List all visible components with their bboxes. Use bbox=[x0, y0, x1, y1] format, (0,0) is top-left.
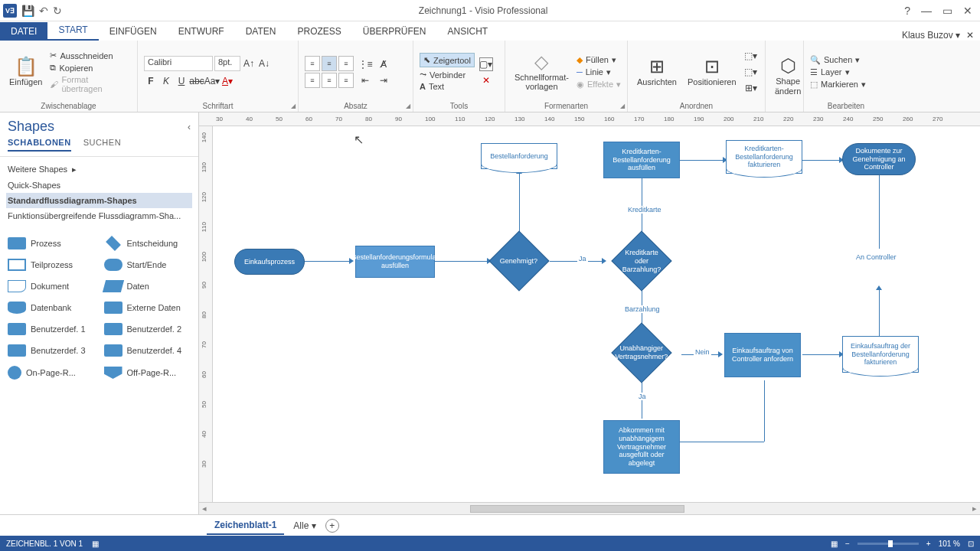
shape-custom4[interactable]: Benutzerdef. 4 bbox=[103, 341, 193, 360]
undo-icon[interactable]: ↶ bbox=[39, 5, 48, 17]
tab-file[interactable]: DATEI bbox=[0, 22, 47, 41]
shape-extdata[interactable]: Externe Daten bbox=[103, 298, 193, 317]
view-mode-icon[interactable]: ▦ bbox=[831, 540, 838, 548]
strikethrough-button[interactable]: abc bbox=[190, 74, 204, 88]
bullets-button[interactable]: ⋮≡ bbox=[358, 57, 372, 71]
bring-front-button[interactable]: ⬚▾ bbox=[744, 49, 758, 63]
select-button[interactable]: ⬚Markieren▾ bbox=[810, 80, 866, 90]
shape-onpage[interactable]: On-Page-R... bbox=[6, 363, 96, 383]
zoom-level[interactable]: 101 % bbox=[939, 540, 960, 548]
bold-button[interactable]: F bbox=[144, 74, 158, 88]
tab-design[interactable]: ENTWURF bbox=[168, 22, 235, 41]
fit-window-button[interactable]: ⊡ bbox=[968, 540, 974, 548]
save-icon[interactable]: 💾 bbox=[21, 5, 34, 17]
align-bottom-center[interactable]: ≡ bbox=[322, 73, 337, 88]
align-button[interactable]: ⊞Ausrichten bbox=[634, 56, 680, 88]
paste-button[interactable]: 📋Einfügen bbox=[6, 56, 45, 88]
layer-button[interactable]: ☰Layer▾ bbox=[810, 67, 866, 77]
node-document-orderinvoice[interactable]: Einkaufsauftrag der Bestellanforderung f… bbox=[842, 336, 919, 373]
all-pages-button[interactable]: Alle ▾ bbox=[293, 520, 315, 531]
horizontal-scrollbar[interactable]: ◂ ▸ bbox=[199, 502, 980, 514]
effects-button[interactable]: ◉Effekte▾ bbox=[577, 80, 621, 90]
node-decision-approved[interactable]: Genehmigt? bbox=[488, 230, 549, 291]
clear-format-button[interactable]: A̸ bbox=[377, 57, 390, 71]
node-process-ccfill[interactable]: Kreditkarten-Bestellanforderung ausfülle… bbox=[603, 142, 680, 178]
shape-decision[interactable]: Entscheidung bbox=[103, 234, 193, 253]
align-bottom-left[interactable]: ≡ bbox=[305, 73, 320, 88]
shape-startend[interactable]: Start/Ende bbox=[103, 256, 193, 274]
align-top-left[interactable]: ≡ bbox=[305, 56, 320, 71]
cat-more-shapes[interactable]: Weitere Shapes ▸ bbox=[6, 161, 192, 178]
node-decision-contractor[interactable]: Unabhängiger Vertragsnehmer? bbox=[611, 322, 671, 383]
shrink-font-button[interactable]: A↓ bbox=[257, 57, 271, 70]
cat-cross-functional[interactable]: Funktionsübergreifende Flussdiagramm-Sha… bbox=[6, 208, 192, 223]
node-process-agreement[interactable]: Abkommen mit unabhängigem Vertragsnehmer… bbox=[603, 420, 680, 474]
italic-button[interactable]: K bbox=[159, 74, 173, 88]
shapestyles-dialog-launcher[interactable]: ◢ bbox=[620, 103, 625, 109]
position-button[interactable]: ⊡Positionieren bbox=[684, 56, 740, 88]
tab-review[interactable]: ÜBERPRÜFEN bbox=[352, 22, 437, 41]
page-tab-1[interactable]: Zeichenblatt-1 bbox=[207, 517, 284, 535]
text-tool-button[interactable]: AText bbox=[420, 82, 475, 91]
node-decision-payment[interactable]: Kreditkarte oder Barzahlung? bbox=[611, 230, 671, 291]
user-menu[interactable]: Klaus Buzov ▾✕ bbox=[902, 30, 980, 41]
delete-tool[interactable]: ✕ bbox=[479, 73, 493, 87]
shape-custom3[interactable]: Benutzerdef. 3 bbox=[6, 341, 96, 360]
shape-custom2[interactable]: Benutzerdef. 2 bbox=[103, 320, 193, 338]
group-button[interactable]: ⊞▾ bbox=[744, 81, 758, 95]
close-icon[interactable]: ✕ bbox=[963, 5, 972, 17]
change-shape-button[interactable]: ⬡Shape ändern bbox=[772, 55, 804, 96]
font-dialog-launcher[interactable]: ◢ bbox=[291, 103, 296, 109]
tab-templates[interactable]: SCHABLONEN bbox=[8, 138, 71, 152]
find-button[interactable]: 🔍Suchen▾ bbox=[810, 55, 866, 65]
send-back-button[interactable]: ⬚▾ bbox=[744, 65, 758, 79]
case-button[interactable]: Aa▾ bbox=[205, 74, 219, 88]
collapse-panel-icon[interactable]: ‹ bbox=[188, 122, 191, 132]
node-start[interactable]: Einkaufsprozess bbox=[234, 249, 305, 275]
cat-standard-flowchart[interactable]: Standardflussdiagramm-Shapes bbox=[6, 193, 192, 208]
indent-right-button[interactable]: ⇥ bbox=[377, 73, 390, 87]
grow-font-button[interactable]: A↑ bbox=[242, 57, 256, 70]
node-document-request[interactable]: Bestellanforderung bbox=[481, 143, 557, 169]
font-size-select[interactable]: 8pt. bbox=[214, 56, 240, 71]
maximize-icon[interactable]: ▭ bbox=[942, 5, 952, 17]
status-macro-icon[interactable]: ▦ bbox=[92, 540, 99, 548]
shape-offpage[interactable]: Off-Page-R... bbox=[103, 363, 193, 383]
node-process-fillform[interactable]: Bestellanforderungsformular ausfüllen bbox=[355, 246, 435, 278]
copy-button[interactable]: ⧉Kopieren bbox=[50, 63, 131, 73]
font-color-button[interactable]: A▾ bbox=[220, 74, 234, 88]
tab-start[interactable]: START bbox=[47, 21, 98, 41]
quick-styles-button[interactable]: ◇Schnellformat-vorlagen bbox=[511, 51, 572, 93]
shape-document[interactable]: Dokument bbox=[6, 277, 96, 295]
fill-button[interactable]: ◆Füllen▾ bbox=[577, 55, 621, 65]
shape-custom1[interactable]: Benutzerdef. 1 bbox=[6, 320, 96, 338]
align-bottom-right[interactable]: ≡ bbox=[338, 73, 354, 88]
zoom-slider[interactable] bbox=[858, 543, 919, 545]
pointer-tool-button[interactable]: ⬉Zeigertool bbox=[420, 53, 475, 67]
format-painter-button[interactable]: 🖌Format übertragen bbox=[50, 75, 131, 93]
node-document-ccinvoice[interactable]: Kreditkarten-Bestellanforderung fakturie… bbox=[726, 140, 802, 174]
node-process-ordercontroller[interactable]: Einkaufsauftrag von Controller anfordern bbox=[724, 333, 801, 377]
paragraph-dialog-launcher[interactable]: ◢ bbox=[406, 103, 410, 109]
shape-database[interactable]: Datenbank bbox=[6, 298, 96, 317]
drawing-canvas[interactable]: ↖ Einkaufsprozess Bestellanfo bbox=[213, 126, 980, 502]
rectangle-tool[interactable]: ▢▾ bbox=[479, 57, 493, 71]
align-top-right[interactable]: ≡ bbox=[338, 56, 354, 71]
connector-tool-button[interactable]: ⤳Verbinder bbox=[420, 70, 475, 80]
tab-insert[interactable]: EINFÜGEN bbox=[99, 22, 168, 41]
zoom-in-button[interactable]: + bbox=[926, 540, 931, 548]
minimize-icon[interactable]: — bbox=[921, 5, 932, 17]
underline-button[interactable]: U bbox=[175, 74, 188, 88]
close-user-icon[interactable]: ✕ bbox=[966, 30, 974, 41]
add-page-button[interactable]: + bbox=[325, 519, 339, 533]
shape-process[interactable]: Prozess bbox=[6, 234, 96, 253]
tab-data[interactable]: DATEN bbox=[235, 22, 287, 41]
align-top-center[interactable]: ≡ bbox=[322, 56, 337, 71]
cut-button[interactable]: ✂Ausschneiden bbox=[50, 51, 131, 60]
line-button[interactable]: ─Linie▾ bbox=[577, 67, 621, 77]
shape-subprocess[interactable]: Teilprozess bbox=[6, 256, 96, 274]
redo-icon[interactable]: ↻ bbox=[53, 5, 62, 17]
tab-process[interactable]: PROZESS bbox=[286, 22, 351, 41]
cat-quick-shapes[interactable]: Quick-Shapes bbox=[6, 178, 192, 193]
tab-search[interactable]: SUCHEN bbox=[83, 138, 121, 152]
